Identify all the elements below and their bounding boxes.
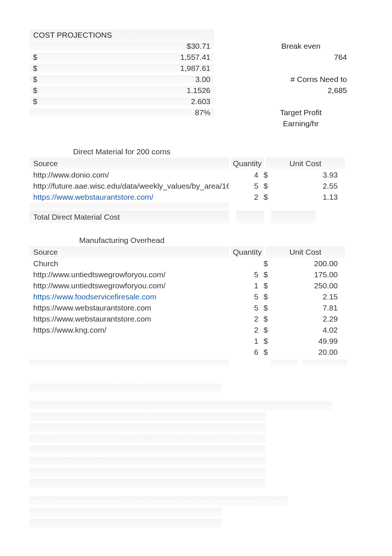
table-row: http://future.aae.wisc.edu/data/weekly_v… — [30, 181, 351, 192]
blurred-row — [30, 468, 266, 477]
source-cell: http://www.untiedtswegrowforyou.com/ — [30, 270, 229, 279]
currency-sign: $ — [262, 303, 273, 312]
source-link[interactable]: https://www.foodservicefiresale.com — [30, 292, 229, 301]
table-row: https://www.webstaurantstore.com/ 2 $ 1.… — [30, 192, 351, 203]
direct-material-caption: Direct Material for 200 corns — [30, 146, 214, 158]
currency-sign: $ — [262, 337, 273, 346]
table-row: http://www.donio.com/ 4 $ 3.93 — [30, 169, 351, 181]
qty-cell: 4 — [229, 171, 262, 179]
qty-cell: 1 — [229, 281, 262, 290]
currency-sign: $ — [262, 193, 273, 202]
direct-material-section: Direct Material for 200 corns Source Qua… — [30, 146, 370, 223]
qty-cell: 1 — [229, 337, 262, 346]
target-profit-label: Target Profit — [255, 108, 351, 117]
qty-cell: 2 — [229, 315, 262, 323]
blurred-content — [30, 384, 351, 528]
cost-cell: 2.15 — [273, 292, 341, 301]
blurred-row — [30, 412, 266, 421]
currency-sign: $ — [262, 259, 273, 268]
header-quantity: Quantity — [231, 246, 264, 258]
qty-cell: 5 — [229, 270, 262, 279]
break-even-value: 764 — [255, 53, 351, 62]
projection-value: 1,557.41 — [41, 53, 214, 62]
table-header: Source Quantity Unit Cost — [30, 158, 351, 169]
cost-cell: 250.00 — [273, 281, 341, 290]
cost-cell: 3.93 — [273, 171, 341, 179]
corns-need-label: # Corns Need to — [255, 75, 351, 84]
projection-value: $30.71 — [41, 42, 214, 51]
cost-cell: 200.00 — [273, 259, 341, 268]
qty-cell: 6 — [229, 348, 262, 357]
header-quantity: Quantity — [231, 158, 264, 169]
qty-cell: 2 — [229, 326, 262, 334]
blurred-cell — [236, 211, 264, 223]
direct-material-table: Source Quantity Unit Cost http://www.don… — [30, 158, 351, 223]
projection-value: 2.603 — [41, 97, 214, 106]
projection-value: 87% — [41, 108, 214, 117]
cost-cell: 175.00 — [273, 270, 341, 279]
currency-sign: $ — [30, 53, 41, 62]
spreadsheet-view: COST PROJECTIONS $30.71 Break even $ 1,5… — [30, 30, 370, 528]
source-link[interactable]: https://www.webstaurantstore.com/ — [30, 193, 229, 202]
source-cell: http://future.aae.wisc.edu/data/weekly_v… — [30, 182, 229, 191]
currency-sign: $ — [262, 182, 273, 191]
table-row: 6 $ 20.00 — [30, 347, 351, 358]
earning-hr-label: Earning/hr — [255, 119, 351, 128]
source-cell: https://www.kng.com/ — [30, 326, 229, 334]
projection-value: 3.00 — [41, 75, 214, 84]
blurred-row — [30, 384, 221, 392]
cost-cell: 20.00 — [273, 348, 341, 357]
table-row: http://www.untiedtswegrowforyou.com/ 5 $… — [30, 269, 351, 280]
qty-cell: 2 — [229, 193, 262, 202]
blurred-row — [30, 457, 266, 466]
projection-value: 1.1526 — [41, 86, 214, 95]
cost-cell: 2.29 — [273, 315, 341, 323]
currency-sign: $ — [262, 171, 273, 179]
cost-projections-block: COST PROJECTIONS $30.71 Break even $ 1,5… — [30, 30, 351, 129]
source-cell: https://www.webstaurantstore.com — [30, 303, 229, 312]
table-row: http://www.untiedtswegrowforyou.com/ 1 $… — [30, 280, 351, 291]
table-row: https://www.foodservicefiresale.com 5 $ … — [30, 291, 351, 302]
table-row: https://www.webstaurantstore.com 2 $ 2.2… — [30, 313, 351, 325]
qty-cell: 5 — [229, 182, 262, 191]
projection-value: 1,987.61 — [41, 64, 214, 73]
source-cell: http://www.donio.com/ — [30, 171, 229, 179]
break-even-label: Break even — [255, 42, 351, 51]
blurred-cell — [271, 211, 316, 223]
cost-cell: 1.13 — [273, 193, 341, 202]
currency-sign: $ — [30, 75, 41, 84]
cost-projections-title: COST PROJECTIONS — [30, 30, 214, 41]
source-cell: https://www.webstaurantstore.com — [30, 315, 229, 323]
blurred-row — [30, 508, 221, 516]
currency-sign: $ — [30, 86, 41, 95]
qty-cell: 5 — [229, 292, 262, 301]
blurred-row — [30, 446, 266, 454]
overhead-table: Source Quantity Unit Cost Church $ 200.0… — [30, 246, 351, 369]
blurred-row — [30, 519, 221, 528]
blurred-row — [30, 479, 266, 488]
blurred-row — [30, 423, 266, 432]
currency-sign: $ — [30, 97, 41, 106]
overhead-section: Manufacturing Overhead Source Quantity U… — [30, 234, 370, 369]
currency-sign: $ — [262, 292, 273, 301]
overhead-caption: Manufacturing Overhead — [30, 234, 214, 246]
currency-sign: $ — [262, 348, 273, 357]
header-source: Source — [30, 246, 229, 258]
blurred-row — [30, 435, 266, 443]
currency-sign: $ — [30, 64, 41, 73]
source-cell: Church — [30, 259, 229, 268]
currency-sign: $ — [262, 326, 273, 334]
table-row: https://www.kng.com/ 2 $ 4.02 — [30, 325, 351, 336]
cost-cell: 7.81 — [273, 303, 341, 312]
currency-sign: $ — [262, 315, 273, 323]
cost-cell: 49.99 — [273, 337, 341, 346]
header-unit-cost: Unit Cost — [266, 246, 345, 258]
header-unit-cost: Unit Cost — [266, 158, 345, 169]
spacer-row — [30, 358, 351, 369]
table-row: 1 $ 49.99 — [30, 336, 351, 347]
cost-cell: 2.55 — [273, 182, 341, 191]
corns-need-value: 2,685 — [255, 86, 351, 95]
currency-sign: $ — [262, 270, 273, 279]
currency-sign: $ — [262, 281, 273, 290]
cost-cell: 4.02 — [273, 326, 341, 334]
